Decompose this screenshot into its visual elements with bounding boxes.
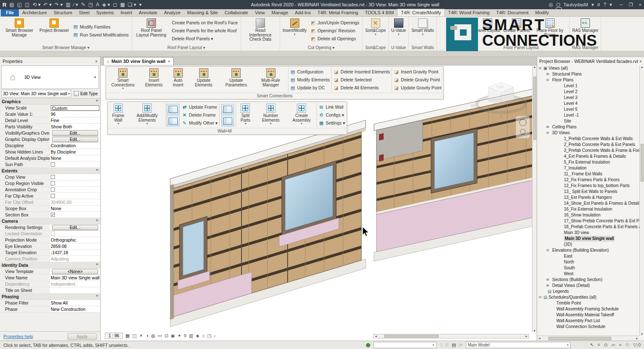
- frame-menu-item[interactable]: Update Frame: [180, 103, 219, 111]
- property-row[interactable]: Title on Sheet: [0, 287, 100, 294]
- frame-menu-item[interactable]: Link Wall: [317, 103, 347, 111]
- default-3d-view-icon[interactable]: ◈ ▾: [102, 2, 110, 8]
- property-row[interactable]: Crop Region Visible: [0, 180, 100, 187]
- scrollbar-thumb[interactable]: [533, 77, 536, 140]
- ribbon-tab[interactable]: Insert: [117, 9, 136, 16]
- create-panels-button[interactable]: Create Panels: [502, 18, 531, 34]
- property-row[interactable]: Eye Elevation2859.08: [0, 243, 100, 250]
- property-row[interactable]: Default Analysis Display...None: [0, 155, 100, 161]
- sc-menu-item[interactable]: Delete Inserted Elements: [332, 68, 392, 76]
- ribbon-tab[interactable]: Systems: [93, 9, 117, 16]
- ribbon-tab[interactable]: Steel: [75, 9, 93, 16]
- browser-tree-item[interactable]: Wall Connection Schedule: [537, 324, 639, 330]
- reveal-hidden-icon[interactable]: ✦: [177, 333, 181, 339]
- measure-icon[interactable]: ∕ ▾: [73, 2, 78, 8]
- browser-tree-item[interactable]: ⊟Schedules/Quantities (all): [537, 294, 639, 300]
- displacement-icon[interactable]: ⌂: [202, 333, 205, 338]
- show-crop-icon[interactable]: ⊡: [164, 333, 168, 339]
- browser-tree-item[interactable]: Wall Assembly Framing Schedule: [537, 306, 639, 312]
- ribbon-tab[interactable]: Massing & Site: [184, 9, 221, 16]
- browser-tree-item[interactable]: 16_Show Insulation: [537, 212, 639, 218]
- create-assembly-button[interactable]: Create Assembly▾: [287, 102, 317, 128]
- browser-tree-item[interactable]: 13_ Split Ext Walls to Panels: [537, 189, 639, 195]
- switch-windows-icon[interactable]: ❏ ▾: [128, 2, 136, 8]
- browser-tree-item[interactable]: 17_Show Prefab Concrete Parts & Ext Pane…: [537, 218, 639, 224]
- browser-tree-item[interactable]: West: [537, 271, 639, 277]
- browser-tree-item[interactable]: (3D): [537, 242, 639, 247]
- browser-tree-item[interactable]: 18_Prefab Concrete Parts & Ext Panels & …: [537, 224, 639, 230]
- sc-big-button[interactable]: Smart Connections▾: [106, 67, 140, 93]
- thin-lines-icon[interactable]: ▦: [120, 2, 125, 8]
- property-row[interactable]: Projection ModeOrthographic: [0, 237, 100, 243]
- ras-manager-button[interactable]: RAS Manager▾: [571, 18, 600, 36]
- select-underlay-icon[interactable]: ⌗: [597, 342, 600, 348]
- property-row[interactable]: Extents^: [0, 168, 100, 174]
- ribbon-tab[interactable]: Manage: [268, 9, 292, 16]
- property-row[interactable]: Section Box: [0, 212, 100, 218]
- property-row[interactable]: PhaseNew Construction: [0, 306, 100, 313]
- rendering-dialog-icon[interactable]: ◍: [151, 333, 155, 339]
- group-label[interactable]: Cut Opening ▾: [280, 44, 362, 51]
- ribbon-tab[interactable]: Add-Ins: [291, 9, 314, 16]
- browser-tree-item[interactable]: Main 3D view: [537, 230, 639, 236]
- ribbon-tab[interactable]: T4R: Metal Framing: [314, 9, 361, 16]
- property-row[interactable]: Graphic Display OptionsEdit...: [0, 136, 100, 143]
- search-icon[interactable]: ◎: [548, 2, 553, 8]
- project-browser-button[interactable]: Project Browser: [38, 18, 70, 34]
- print-icon[interactable]: ▥: [66, 2, 70, 8]
- browser-tree-item[interactable]: ⊟Views (all): [537, 65, 639, 71]
- browser-tree-item[interactable]: ⊟3D Views: [537, 130, 639, 136]
- sort-cope-button[interactable]: Sort&Cope▾: [364, 18, 387, 36]
- property-row[interactable]: Detail LevelFine: [0, 117, 100, 124]
- sc-big-button[interactable]: Auto Insert: [168, 67, 188, 93]
- frame-menu-item[interactable]: Settings ▾: [317, 119, 347, 127]
- place-floor-by-room-button[interactable]: Place Floor by Room: [532, 18, 568, 38]
- ribbon-tab[interactable]: Modify: [532, 9, 552, 16]
- browser-tree-item[interactable]: 14_Show_Ext Panels & Frames & Details & …: [537, 201, 639, 206]
- run-saved-modifications-button[interactable]: Run Saved Modifications: [71, 31, 130, 39]
- properties-close-icon[interactable]: ×: [95, 59, 98, 64]
- property-row[interactable]: View Template<None>: [0, 268, 100, 275]
- browser-tree-item[interactable]: ⊟Floor Plans: [537, 77, 639, 83]
- frame-wall-button[interactable]: Frame Wall▾: [108, 102, 129, 128]
- group-label[interactable]: Smart Browser Manage ▾: [0, 44, 132, 51]
- redo-icon[interactable]: ↷ ▾: [55, 2, 62, 8]
- property-row[interactable]: Show Hidden LinesBy Discipline: [0, 149, 100, 155]
- browser-tree-item[interactable]: 5_Fix External Insulation: [537, 159, 639, 165]
- minimize-button[interactable]: ─: [620, 2, 623, 8]
- ribbon-tab[interactable]: T4R: Create/Modify: [397, 9, 444, 16]
- browser-tree-item[interactable]: Level -1: [537, 112, 639, 118]
- new-file-icon[interactable]: ▤: [9, 2, 14, 8]
- worksharing-display-icon[interactable]: ▥: [189, 333, 193, 339]
- property-row[interactable]: Phase FilterShow All: [0, 300, 100, 306]
- exclude-options-icon[interactable]: ⇄: [459, 342, 462, 348]
- wallm-tool-icon-button[interactable]: [221, 104, 234, 115]
- frame-menu-item[interactable]: Delete Frame: [180, 111, 219, 119]
- browser-tree-item[interactable]: 4_Ext Panels & Frames & Details: [537, 154, 639, 159]
- smart-walls-button[interactable]: Smart Walls▾: [410, 18, 435, 36]
- tag-icon[interactable]: ◳: [88, 2, 93, 8]
- browser-tree-item[interactable]: 12_Fix Frames Parts & Floors: [537, 177, 639, 183]
- sc-big-button[interactable]: Update Elements: [188, 67, 219, 93]
- property-row[interactable]: Locked Orientation: [0, 231, 100, 237]
- openings-revision-button[interactable]: Openings' Revision: [309, 27, 361, 35]
- property-row[interactable]: Phasing^: [0, 294, 100, 300]
- frame-tool-icon-button[interactable]: [167, 116, 179, 126]
- filter-icon[interactable]: ▽:0: [633, 342, 641, 348]
- property-row[interactable]: DependencyIndependent: [0, 281, 100, 287]
- property-row[interactable]: Scale Value 1:96: [0, 111, 100, 117]
- browser-tree-item[interactable]: East: [537, 253, 639, 259]
- revit-logo[interactable]: R: [3, 2, 6, 8]
- property-row[interactable]: View ScaleCustom: [0, 105, 100, 111]
- open-icon[interactable]: ◱: [17, 2, 22, 8]
- scrollbar-thumb[interactable]: [384, 335, 439, 338]
- property-row[interactable]: DisciplineCoordination: [0, 143, 100, 149]
- browser-tree-item[interactable]: Wall Assembly Material Takeoff: [537, 312, 639, 318]
- browser-tree-item[interactable]: 2_Prefab Concrete Parts & Ext Panels: [537, 142, 639, 148]
- constraints-icon[interactable]: ◳: [207, 333, 211, 339]
- help-caret-icon[interactable]: ▾: [610, 2, 612, 8]
- collapse-arrow[interactable]: ‹: [214, 333, 216, 338]
- scale-button[interactable]: 1 : 96: [105, 333, 123, 339]
- browser-tree-item[interactable]: Wall Assembly Part List: [537, 318, 639, 324]
- browser-tree-item[interactable]: Level 4: [537, 101, 639, 107]
